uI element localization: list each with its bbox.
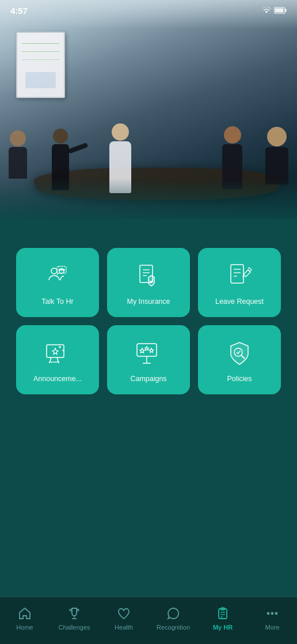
svg-rect-2 xyxy=(275,9,284,13)
hero-image xyxy=(0,0,297,225)
status-time: 4:57 xyxy=(10,6,28,16)
nav-health-label: Health xyxy=(115,624,133,631)
tile-campaigns-label: Campaigns xyxy=(130,374,166,383)
bottom-nav: Home Challenges Health xyxy=(0,597,297,644)
hero-bottom-fade xyxy=(0,179,297,225)
nav-more-label: More xyxy=(265,624,279,631)
status-icons xyxy=(262,7,287,14)
my-insurance-svg xyxy=(135,263,162,289)
campaigns-svg xyxy=(135,340,162,367)
shield-check-icon xyxy=(224,338,254,368)
svg-point-3 xyxy=(51,268,57,274)
svg-point-6 xyxy=(59,269,60,270)
nav-item-challenges[interactable]: Challenges xyxy=(50,602,99,634)
recognition-svg xyxy=(166,607,180,620)
tile-announcements[interactable]: Announceme... xyxy=(16,325,99,394)
nav-challenges-label: Challenges xyxy=(58,624,90,631)
home-svg xyxy=(18,607,32,620)
nav-my-hr-label: My HR xyxy=(213,624,233,631)
tile-announcements-label: Announceme... xyxy=(33,374,82,383)
health-svg xyxy=(117,607,131,620)
policies-svg xyxy=(226,340,253,367)
talk-to-hr-svg xyxy=(44,263,71,289)
chat-people-icon xyxy=(43,261,73,291)
nav-item-more[interactable]: More xyxy=(248,602,297,634)
person-1 xyxy=(9,130,27,179)
home-icon xyxy=(17,606,32,621)
svg-point-35 xyxy=(276,613,277,615)
status-bar: 4:57 xyxy=(0,0,297,21)
announcements-svg xyxy=(44,340,71,367)
tile-policies[interactable]: Policies xyxy=(198,325,281,394)
tile-talk-to-hr-label: Talk To Hr xyxy=(41,297,73,306)
dots-icon xyxy=(265,606,280,621)
tile-leave-request-label: Leave Request xyxy=(215,297,264,306)
svg-rect-1 xyxy=(285,9,287,12)
chat-bubble-icon xyxy=(166,606,181,621)
nav-item-my-hr[interactable]: My HR xyxy=(198,602,248,634)
leave-request-svg xyxy=(226,263,253,289)
nav-item-home[interactable]: Home xyxy=(0,602,50,634)
svg-point-8 xyxy=(63,269,64,270)
person-5 xyxy=(265,127,288,184)
more-svg xyxy=(265,607,279,620)
challenges-svg xyxy=(67,607,81,620)
billboard-stars-icon xyxy=(134,338,163,368)
trophy-icon xyxy=(67,606,82,621)
tiles-grid: Talk To Hr My Insurance xyxy=(0,248,297,394)
svg-line-17 xyxy=(248,270,250,272)
document-shield-icon xyxy=(134,261,163,291)
svg-point-7 xyxy=(61,269,62,270)
nav-item-recognition[interactable]: Recognition xyxy=(148,602,198,634)
my-hr-svg xyxy=(216,607,230,620)
tile-my-insurance-label: My Insurance xyxy=(127,297,170,306)
heart-icon xyxy=(116,606,131,621)
svg-rect-13 xyxy=(231,265,243,283)
battery-icon xyxy=(274,7,287,14)
tile-policies-label: Policies xyxy=(227,374,252,383)
nav-recognition-label: Recognition xyxy=(157,624,190,631)
document-pen-icon xyxy=(224,261,254,291)
megaphone-icon xyxy=(43,338,73,368)
tile-campaigns[interactable]: Campaigns xyxy=(107,325,190,394)
clipboard-icon xyxy=(215,606,230,621)
svg-point-34 xyxy=(272,613,273,615)
nav-item-health[interactable]: Health xyxy=(99,602,148,634)
svg-point-33 xyxy=(268,613,269,615)
tile-my-insurance[interactable]: My Insurance xyxy=(107,248,190,317)
tile-talk-to-hr[interactable]: Talk To Hr xyxy=(16,248,99,317)
tile-leave-request[interactable]: Leave Request xyxy=(198,248,281,317)
svg-rect-19 xyxy=(47,345,64,357)
whiteboard xyxy=(16,32,65,98)
nav-home-label: Home xyxy=(16,624,33,631)
wifi-icon xyxy=(262,7,271,14)
